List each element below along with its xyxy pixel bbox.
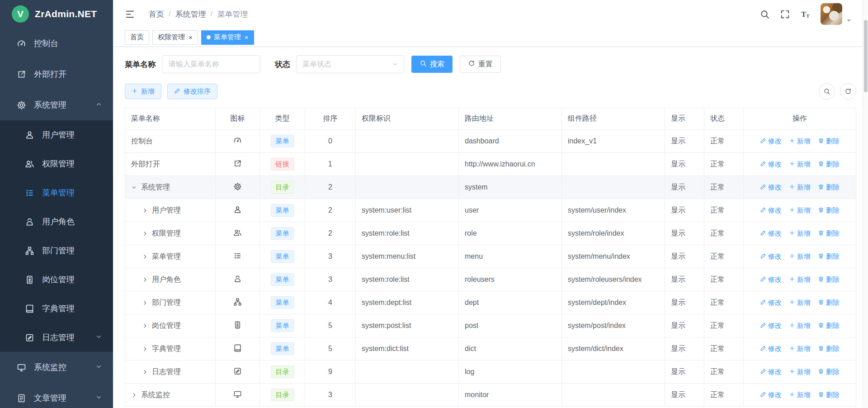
menu-name-cell: 权限管理 (131, 222, 209, 245)
trash-icon (818, 207, 824, 214)
row-add-link[interactable]: 新增 (789, 229, 811, 238)
row-expand-icon[interactable] (142, 346, 152, 352)
row-delete-link[interactable]: 删除 (818, 229, 840, 238)
row-expand-icon[interactable] (142, 369, 152, 375)
row-add-link[interactable]: 新增 (789, 345, 811, 353)
sidebar-item-log[interactable]: 日志管理 (0, 323, 113, 352)
row-delete-link[interactable]: 删除 (818, 345, 840, 353)
row-delete-link[interactable]: 删除 (818, 206, 840, 215)
menu-name-text: 权限管理 (152, 229, 181, 238)
row-delete-link[interactable]: 删除 (818, 183, 840, 192)
row-delete-link[interactable]: 删除 (818, 160, 840, 169)
type-badge: 菜单 (271, 250, 294, 263)
breadcrumb-item[interactable]: 系统管理 (175, 9, 206, 19)
user-avatar[interactable] (821, 3, 852, 25)
row-edit-link[interactable]: 修改 (760, 137, 782, 146)
menu-name-input[interactable] (162, 55, 260, 73)
row-add-link[interactable]: 新增 (789, 368, 811, 376)
refresh-table-button[interactable] (840, 83, 856, 100)
row-delete-link[interactable]: 删除 (818, 275, 840, 284)
row-collapse-icon[interactable] (131, 185, 141, 190)
perm-cell (356, 384, 459, 407)
edit-sort-button[interactable]: 修改排序 (167, 84, 217, 99)
row-add-link[interactable]: 新增 (789, 252, 811, 261)
row-edit-link[interactable]: 修改 (760, 345, 782, 353)
sidebar-item-system[interactable]: 系统管理 (0, 90, 113, 120)
row-expand-icon[interactable] (142, 254, 152, 260)
row-edit-link[interactable]: 修改 (760, 391, 782, 399)
sidebar-item-post[interactable]: 岗位管理 (0, 265, 113, 294)
sidebar-item-article[interactable]: 文章管理 (0, 383, 113, 408)
page-scrollbar-thumb[interactable] (864, 20, 868, 92)
sidebar-item-dept[interactable]: 部门管理 (0, 236, 113, 265)
row-edit-link[interactable]: 修改 (760, 322, 782, 330)
row-delete-link[interactable]: 删除 (818, 322, 840, 330)
toggle-search-button[interactable] (819, 83, 835, 100)
row-edit-link[interactable]: 修改 (760, 368, 782, 376)
page-scrollbar[interactable] (863, 0, 868, 408)
row-edit-link[interactable]: 修改 (760, 299, 782, 307)
menu-fold-icon[interactable] (125, 9, 135, 19)
row-edit-link[interactable]: 修改 (760, 183, 782, 192)
sidebar-item-user[interactable]: 用户管理 (0, 120, 113, 149)
tab-menu[interactable]: 菜单管理× (201, 30, 254, 45)
row-edit-link[interactable]: 修改 (760, 206, 782, 215)
row-expand-icon[interactable] (142, 231, 152, 237)
row-edit-link[interactable]: 修改 (760, 229, 782, 238)
add-button[interactable]: 新增 (125, 84, 161, 99)
fullscreen-icon[interactable] (780, 9, 790, 19)
row-delete-link[interactable]: 删除 (818, 252, 840, 261)
status-select[interactable]: 菜单状态 (297, 55, 404, 73)
breadcrumb-item[interactable]: 首页 (149, 9, 164, 19)
avatar-caret-icon[interactable] (846, 18, 852, 24)
sidebar-item-roleusers[interactable]: 用户角色 (0, 207, 113, 236)
font-size-icon[interactable]: TT (800, 9, 811, 19)
row-add-link[interactable]: 新增 (789, 391, 811, 399)
sidebar-item-dict[interactable]: 字典管理 (0, 294, 113, 323)
sidebar-item-dashboard[interactable]: 控制台 (0, 28, 113, 59)
tab-role[interactable]: 权限管理× (152, 30, 198, 45)
search-button[interactable]: 搜索 (411, 56, 453, 73)
row-delete-link[interactable]: 删除 (818, 391, 840, 399)
reset-button[interactable]: 重置 (460, 56, 501, 73)
row-delete-link[interactable]: 删除 (818, 299, 840, 307)
row-add-link[interactable]: 新增 (789, 183, 811, 192)
org-tree-icon (24, 246, 35, 256)
row-edit-link[interactable]: 修改 (760, 252, 782, 261)
plus-icon (789, 299, 795, 307)
row-edit-link[interactable]: 修改 (760, 275, 782, 284)
header-search-icon[interactable] (760, 9, 770, 19)
sidebar-item-label: 系统监控 (34, 362, 66, 373)
tab-close-icon[interactable]: × (245, 34, 249, 41)
sidebar-item-label: 菜单管理 (42, 187, 75, 198)
plus-icon (789, 184, 795, 191)
row-add-link[interactable]: 新增 (789, 160, 811, 169)
tab-close-icon[interactable]: × (189, 34, 193, 41)
column-header: 类型 (260, 108, 305, 130)
search-icon (823, 88, 830, 95)
menu-name-cell: 部门管理 (131, 291, 209, 314)
row-delete-link[interactable]: 删除 (818, 137, 840, 146)
app-logo[interactable]: V ZrAdmin.NET (0, 0, 113, 28)
avatar-image[interactable] (821, 3, 842, 25)
row-add-link[interactable]: 新增 (789, 275, 811, 284)
row-expand-icon[interactable] (142, 277, 152, 283)
row-add-link[interactable]: 新增 (789, 137, 811, 146)
row-expand-icon[interactable] (142, 323, 152, 329)
tab-home[interactable]: 首页 (125, 30, 149, 45)
row-expand-icon[interactable] (142, 300, 152, 306)
row-expand-icon[interactable] (131, 392, 141, 398)
route-cell: role (459, 222, 562, 245)
row-expand-icon[interactable] (142, 208, 152, 213)
row-add-link[interactable]: 新增 (789, 206, 811, 215)
perm-cell (356, 153, 459, 176)
row-edit-link[interactable]: 修改 (760, 160, 782, 169)
active-tab-dot (207, 35, 211, 39)
row-delete-link[interactable]: 删除 (818, 368, 840, 376)
sidebar-item-menu[interactable]: 菜单管理 (0, 178, 113, 207)
sidebar-item-monitor[interactable]: 系统监控 (0, 352, 113, 383)
sidebar-item-role[interactable]: 权限管理 (0, 149, 113, 178)
sidebar-item-external[interactable]: 外部打开 (0, 59, 113, 90)
row-add-link[interactable]: 新增 (789, 322, 811, 330)
row-add-link[interactable]: 新增 (789, 299, 811, 307)
